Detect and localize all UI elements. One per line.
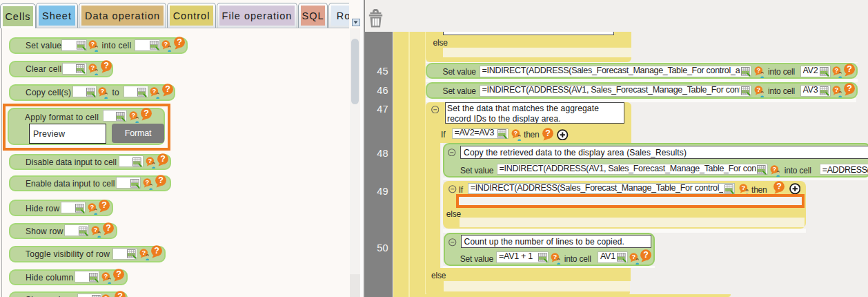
svg-text:?: ?	[152, 87, 156, 95]
svg-text:?: ?	[144, 108, 149, 118]
svg-text:?: ?	[90, 40, 95, 48]
svg-text:?: ?	[145, 178, 149, 186]
svg-text:?: ?	[101, 200, 107, 210]
svg-text:?: ?	[741, 184, 745, 191]
svg-text:?: ?	[116, 269, 121, 279]
svg-text:?: ?	[177, 37, 182, 47]
svg-text:?: ?	[847, 64, 852, 74]
svg-text:?: ?	[103, 272, 108, 280]
svg-text:?: ?	[553, 253, 557, 260]
svg-text:?: ?	[631, 253, 635, 260]
svg-text:?: ?	[165, 84, 170, 94]
svg-text:?: ?	[148, 157, 152, 164]
svg-text:?: ?	[106, 223, 111, 233]
svg-text:?: ?	[100, 87, 104, 95]
svg-text:?: ?	[772, 165, 776, 173]
svg-text:?: ?	[158, 175, 164, 185]
svg-text:?: ?	[834, 86, 838, 93]
svg-text:?: ?	[90, 64, 95, 71]
svg-text:?: ?	[513, 129, 517, 137]
svg-text:?: ?	[160, 154, 166, 164]
svg-text:?: ?	[90, 203, 94, 211]
svg-text:?: ?	[756, 66, 760, 74]
svg-text:?: ?	[545, 128, 551, 138]
svg-text:?: ?	[756, 86, 760, 93]
svg-text:?: ?	[164, 40, 168, 48]
svg-text:?: ?	[103, 61, 109, 70]
svg-text:?: ?	[131, 111, 135, 119]
svg-text:?: ?	[141, 249, 146, 257]
svg-text:?: ?	[834, 66, 838, 74]
svg-text:?: ?	[154, 247, 159, 256]
svg-text:?: ?	[777, 182, 782, 191]
svg-text:?: ?	[643, 250, 649, 260]
svg-text:?: ?	[117, 292, 123, 297]
svg-text:?: ?	[847, 84, 852, 93]
svg-text:?: ?	[93, 226, 97, 233]
